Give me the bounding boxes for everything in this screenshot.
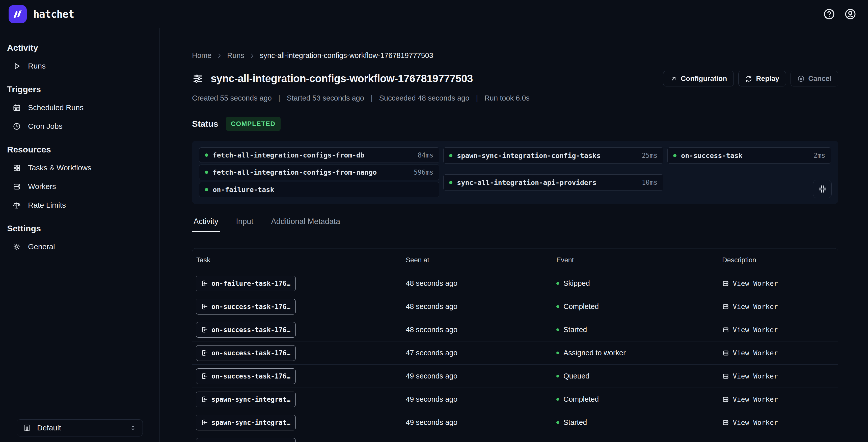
- event-cell: Assigned to worker: [556, 349, 722, 357]
- status-dot-icon: [556, 282, 559, 285]
- header-actions: Configuration Replay Cancel: [663, 71, 838, 87]
- status-dot-icon: [449, 154, 453, 157]
- table-row: spawn-sync-integrat… 49 seconds ago Comp…: [192, 387, 838, 411]
- view-worker-link[interactable]: View Worker: [722, 349, 838, 357]
- view-worker-link[interactable]: View Worker: [722, 279, 838, 287]
- clock-icon: [12, 122, 21, 131]
- event-cell: Skipped: [556, 279, 722, 287]
- event-cell: Started: [556, 418, 722, 427]
- scale-icon: [12, 201, 21, 209]
- replay-button[interactable]: Replay: [738, 71, 786, 87]
- status-dot-icon: [205, 154, 208, 157]
- breadcrumb-runs[interactable]: Runs: [227, 52, 244, 60]
- event-cell: Started: [556, 326, 722, 334]
- server-icon: [722, 419, 729, 426]
- status-dot-icon: [205, 171, 208, 174]
- fit-view-button[interactable]: [813, 180, 832, 198]
- table-row: on-success-task-176… 47 seconds ago Assi…: [192, 341, 838, 364]
- server-icon: [722, 373, 729, 380]
- enter-task-icon: [201, 396, 208, 403]
- task-node[interactable]: fetch-all-integration-configs-from-db 84…: [199, 147, 439, 163]
- event-cell: Completed: [556, 302, 722, 311]
- task-chip[interactable]: spawn-sync-integrat…: [196, 415, 296, 431]
- grid-icon: [12, 164, 21, 172]
- sidebar-item-tasks-workflows[interactable]: Tasks & Workflows: [6, 159, 153, 177]
- table-row: spawn-sync-integrat… 49 seconds ago Star…: [192, 411, 838, 434]
- task-node[interactable]: on-success-task 2ms: [668, 147, 831, 164]
- event-cell: Queued: [556, 372, 722, 380]
- server-icon: [722, 349, 729, 356]
- detail-tabs: Activity Input Additional Metadata: [192, 217, 838, 232]
- sidebar-item-general[interactable]: General: [6, 237, 153, 256]
- meta-duration: Run took 6.0s: [485, 94, 530, 102]
- enter-task-icon: [201, 326, 208, 333]
- title-row: sync-all-integration-configs-workflow-17…: [192, 71, 838, 87]
- task-node[interactable]: on-failure-task: [199, 182, 439, 197]
- task-chip[interactable]: spawn-sync-integrat…: [196, 392, 296, 407]
- configuration-button[interactable]: Configuration: [663, 71, 734, 87]
- tenant-select[interactable]: Default: [17, 419, 143, 437]
- table-row: on-failure-task-176… 48 seconds ago Skip…: [192, 272, 838, 295]
- cancel-button[interactable]: Cancel: [790, 71, 838, 87]
- help-icon[interactable]: [823, 8, 835, 20]
- brand[interactable]: hatchet: [8, 5, 74, 23]
- sidebar: Activity Runs Triggers Scheduled Runs Cr…: [0, 28, 160, 442]
- task-node[interactable]: fetch-all-integration-configs-from-nango…: [199, 165, 439, 180]
- tab-input[interactable]: Input: [235, 217, 255, 232]
- status-row: Status COMPLETED: [192, 117, 838, 131]
- task-node[interactable]: sync-all-integration-api-providers 10ms: [443, 174, 663, 191]
- status-dot-icon: [673, 154, 677, 157]
- user-icon[interactable]: [844, 8, 857, 20]
- server-icon: [722, 396, 729, 403]
- task-chip[interactable]: on-success-task-176…: [196, 345, 296, 361]
- sidebar-heading-settings: Settings: [7, 224, 153, 233]
- sidebar-item-scheduled-runs[interactable]: Scheduled Runs: [6, 98, 153, 117]
- app-root: hatchet Activity Runs: [0, 0, 868, 442]
- gear-icon: [12, 243, 21, 251]
- status-badge: COMPLETED: [226, 117, 281, 131]
- tenant-value: Default: [37, 423, 61, 432]
- table-row: spawn-sync-integrat… 49 seconds ago Assi…: [192, 434, 838, 442]
- task-chip[interactable]: on-success-task-176…: [196, 368, 296, 384]
- page-title: sync-all-integration-configs-workflow-17…: [211, 73, 473, 85]
- hatchet-logo-icon: [8, 5, 27, 23]
- enter-task-icon: [201, 373, 208, 379]
- chevrons-up-down-icon: [129, 424, 136, 432]
- status-dot-icon: [205, 188, 208, 191]
- task-chip[interactable]: on-failure-task-176…: [196, 276, 296, 291]
- server-icon: [12, 182, 21, 191]
- view-worker-link[interactable]: View Worker: [722, 418, 838, 427]
- table-row: on-success-task-176… 48 seconds ago Star…: [192, 318, 838, 341]
- enter-task-icon: [201, 419, 208, 426]
- status-dot-icon: [556, 305, 559, 308]
- task-node[interactable]: spawn-sync-integration-config-tasks 25ms: [443, 147, 663, 164]
- arrow-up-right-icon: [670, 75, 677, 82]
- status-dot-icon: [556, 421, 559, 424]
- task-chip[interactable]: on-success-task-176…: [196, 299, 296, 314]
- sidebar-item-cron-jobs[interactable]: Cron Jobs: [6, 117, 153, 136]
- task-chip[interactable]: spawn-sync-integrat…: [196, 438, 296, 442]
- sidebar-item-workers[interactable]: Workers: [6, 177, 153, 196]
- sliders-icon[interactable]: [192, 73, 204, 84]
- view-worker-link[interactable]: View Worker: [722, 372, 838, 380]
- run-meta: Created 55 seconds ago | Started 53 seco…: [192, 94, 838, 102]
- meta-created: Created 55 seconds ago: [192, 94, 272, 102]
- sidebar-heading-resources: Resources: [7, 145, 153, 155]
- tab-additional-metadata[interactable]: Additional Metadata: [270, 217, 342, 232]
- event-cell: Completed: [556, 395, 722, 403]
- enter-task-icon: [201, 349, 208, 356]
- view-worker-link[interactable]: View Worker: [722, 326, 838, 334]
- building-icon: [23, 424, 31, 432]
- task-chip[interactable]: on-success-task-176…: [196, 322, 296, 338]
- breadcrumb-home[interactable]: Home: [192, 52, 212, 60]
- tab-activity[interactable]: Activity: [192, 217, 220, 232]
- topbar-right: [823, 8, 857, 20]
- view-worker-link[interactable]: View Worker: [722, 303, 838, 310]
- status-dot-icon: [556, 375, 559, 377]
- sidebar-item-runs[interactable]: Runs: [6, 57, 153, 75]
- status-label: Status: [192, 119, 218, 129]
- sidebar-item-rate-limits[interactable]: Rate Limits: [6, 196, 153, 214]
- view-worker-link[interactable]: View Worker: [722, 396, 838, 403]
- task-graph-panel: fetch-all-integration-configs-from-db 84…: [192, 141, 838, 204]
- status-dot-icon: [556, 351, 559, 354]
